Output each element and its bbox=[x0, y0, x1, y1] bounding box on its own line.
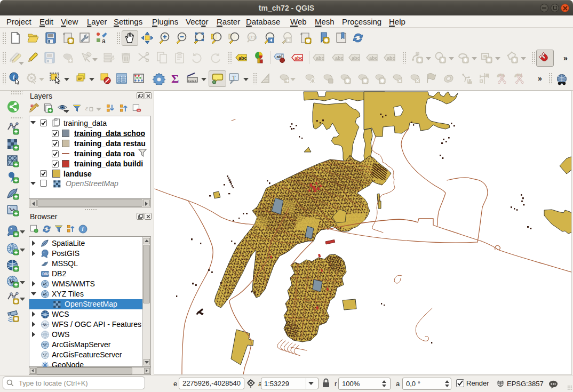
svg-text:DB2: DB2 bbox=[42, 272, 49, 276]
svg-text:abc: abc bbox=[369, 55, 378, 61]
svg-text:T: T bbox=[232, 74, 236, 81]
svg-text:abc: abc bbox=[387, 55, 395, 61]
svg-text:abc: abc bbox=[238, 55, 247, 61]
svg-text:abc: abc bbox=[295, 55, 303, 61]
svg-text:(1:1): (1:1) bbox=[250, 35, 257, 39]
svg-text:abc: abc bbox=[316, 55, 324, 61]
svg-text:abc: abc bbox=[335, 55, 344, 61]
svg-text:abc: abc bbox=[352, 55, 360, 61]
svg-text:ε: ε bbox=[85, 104, 89, 112]
svg-text:Σ: Σ bbox=[171, 72, 179, 85]
svg-text:i: i bbox=[82, 226, 84, 232]
svg-text:a: a bbox=[102, 37, 106, 44]
